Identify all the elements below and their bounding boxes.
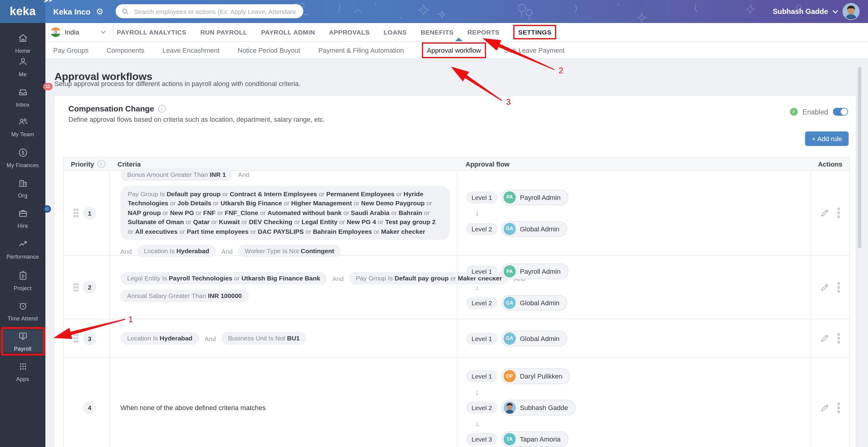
rule-menu-button[interactable] [836,207,840,219]
level-chip: Level 2 [466,222,498,235]
inbox-badge: 11 [43,83,53,90]
subtab-sick-leave-payment[interactable]: Sick Leave Payment [504,46,565,54]
approver-photo-avatar [504,401,516,414]
level-chip: Level 1 [466,265,498,277]
inbox-icon: 11 [17,86,28,100]
approver-pill[interactable]: TATapan Amoria [501,431,569,447]
gear-icon[interactable]: ⚙ [96,7,103,17]
sidebar-item-label: Payroll [14,346,31,352]
enabled-toggle[interactable] [833,108,848,116]
info-icon[interactable]: i [158,105,165,113]
sidebar-item-org[interactable]: Org [0,176,45,199]
edit-rule-button[interactable] [820,282,829,292]
sidebar: HomeMe11InboxMy Team$My FinancesOrgHireP… [0,23,45,447]
rule-menu-button[interactable] [836,332,840,344]
company-switcher[interactable]: Keka Inco ⚙ [53,0,103,23]
tab-settings[interactable]: SETTINGS [513,25,556,39]
enabled-label: Enabled [803,108,828,115]
toggle-knob [841,109,847,115]
sidebar-item-inbox[interactable]: 11Inbox [0,85,45,109]
hire-notification-dot [43,205,51,212]
edit-rule-button[interactable] [820,334,829,343]
approver-name: Tapan Amoria [520,436,561,443]
tab-payroll-admin[interactable]: PAYROLL ADMIN [261,28,315,36]
and-connector: And [120,248,132,255]
drag-handle[interactable] [73,282,79,292]
user-avatar[interactable] [843,3,860,20]
drag-handle[interactable] [73,334,79,343]
approver-pill[interactable]: GAGlobal Admin [501,330,567,346]
keka-logo[interactable]: keka [0,0,45,23]
sidebar-item-time-attend[interactable]: Time Attend [0,299,45,322]
subtab-leave-encashment[interactable]: Leave Encashment [162,46,219,54]
tab-approvals[interactable]: APPROVALS [329,28,370,36]
logo-spark-icon [43,0,52,3]
approver-pill[interactable]: PAPayroll Admin [501,264,569,279]
sidebar-item-label: Project [14,285,32,291]
user-name: Subhash Gadde [773,7,828,16]
sidebar-item-label: Performance [6,254,39,260]
subtab-notice-period-buyout[interactable]: Notice Period Buyout [238,46,300,54]
approver-avatar: GA [504,222,516,235]
person-icon [17,56,28,69]
sidebar-item-performance[interactable]: Performance [0,237,45,261]
approver-pill[interactable]: GAGlobal Admin [501,295,567,311]
subtab-components[interactable]: Components [106,46,144,54]
info-icon[interactable]: i [97,160,105,168]
add-rule-button[interactable]: + Add rule [805,131,849,146]
sidebar-item-my-team[interactable]: My Team [0,115,45,138]
sidebar-item-hire[interactable]: Hire [0,207,45,230]
chevron-down-icon [832,9,838,13]
flow-down-arrow-icon: ↓ [466,205,810,221]
approver-pill[interactable]: GAGlobal Admin [501,221,567,237]
sidebar-item-my-finances[interactable]: $My Finances [0,146,45,169]
edit-rule-button[interactable] [820,403,829,412]
sidebar-item-home[interactable]: Home [0,31,45,55]
building-icon [17,177,28,190]
drag-handle[interactable] [73,208,79,217]
level-chip: Level 1 [466,370,498,382]
section-description: Define approval flows based on criteria … [68,116,325,123]
approver-pill[interactable]: Subhash Gadde [501,400,576,416]
approver-pill[interactable]: PAPayroll Admin [501,189,569,205]
approver-avatar: GA [504,332,516,344]
subtab-payment-filing-automation[interactable]: Payment & Filing Automation [318,46,404,54]
tab-payroll-analytics[interactable]: PAYROLL ANALYTICS [117,28,186,36]
and-connector: And [238,171,249,178]
sidebar-item-me[interactable]: Me [0,55,45,78]
top-bar: keka Keka Inco ⚙ Subhash Gadde [0,0,868,23]
subtab-pay-groups[interactable]: Pay Groups [53,46,88,54]
check-icon: ✓ [790,108,798,116]
subtab-approval-workflow[interactable]: Approval workflow [422,42,486,58]
col-approval-flow: Approval flow [458,160,811,168]
tab-benefits[interactable]: BENEFITS [421,28,454,36]
rule-menu-button[interactable] [836,402,840,413]
keka-app-window: keka Keka Inco ⚙ Subhash Gadde HomeMe11I… [0,0,868,447]
sidebar-item-project[interactable]: Project [0,269,45,292]
dollar-circle-icon: $ [17,147,28,160]
edit-rule-button[interactable] [820,208,829,217]
country-selector[interactable]: India [45,23,114,41]
user-menu[interactable]: Subhash Gadde [773,0,860,23]
annotation-label-2: 2 [559,65,563,75]
keka-logo-text: keka [10,5,36,18]
sidebar-item-payroll[interactable]: $Payroll [0,329,45,353]
tab-run-payroll[interactable]: RUN PAYROLL [200,28,247,36]
approver-name: Daryl Pulikken [520,372,563,380]
approver-name: Global Admin [520,299,560,306]
sidebar-item-label: Me [19,71,27,77]
rule-row: 4When none of the above defined criteria… [64,358,849,447]
page-subtitle: Setup approval process for different act… [55,80,301,87]
sidebar-item-apps[interactable]: Apps [0,360,45,383]
criteria-chip: Pay Group Is Default pay group or Contra… [120,186,450,240]
col-actions: Actions [811,160,849,168]
global-search[interactable] [116,4,303,18]
rule-menu-button[interactable] [836,281,840,293]
approver-pill[interactable]: DPDaryl Pulikken [501,368,570,384]
page-scrollbar[interactable] [858,67,861,248]
clipboard-icon [17,270,28,283]
tab-reports[interactable]: REPORTS [468,28,500,36]
rule-row: 2Legal Entity Is Payroll Technologies or… [64,256,849,319]
tab-loans[interactable]: LOANS [383,28,407,36]
search-input[interactable] [132,7,297,16]
